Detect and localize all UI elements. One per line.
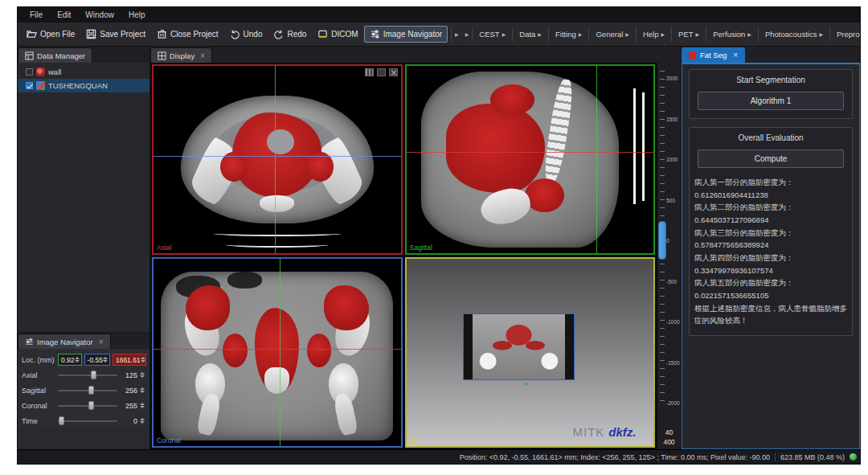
toolbar-separator [472,27,473,41]
level-window-handle[interactable] [658,221,666,260]
open-file-button[interactable]: Open File [21,26,80,43]
menu-bar: File Edit Window Help [18,7,860,23]
sagittal-plane-crosshair[interactable] [280,259,280,446]
ct-bone-art [260,195,294,212]
loc-y-spinbox[interactable]: -0.55 [84,354,110,366]
image-navigator-tab-label: Image Navigator [37,338,93,346]
algorithm-1-button[interactable]: Algorithm 1 [698,92,844,110]
view-menu-preprocessing[interactable]: Preprocessing▶ [833,27,860,41]
close-icon[interactable]: × [733,51,738,59]
slider-handle[interactable] [88,386,94,395]
tab-display[interactable]: Display × [150,47,212,63]
coronal-plane-crosshair[interactable] [596,66,597,253]
view-menu-label: PET [678,30,693,39]
tab-data-manager[interactable]: Data Manager [18,47,92,63]
chevron-right-icon: ▶ [625,31,629,37]
sagittal-slider-row: Sagittal 256 [22,383,145,398]
open-folder-icon [27,29,37,39]
tab-image-navigator[interactable]: Image Navigator × [18,334,111,349]
view-menu-label: Help [643,30,659,39]
cursor-position-status: Position: <0.92, -0.55, 1661.61> mm; Ind… [460,453,770,461]
display-area: Display × [150,47,681,449]
sagittal-viewport[interactable]: Sagittal [405,64,656,255]
spinner-arrows[interactable] [140,403,145,408]
loc-x-spinbox[interactable]: 0.92 [58,354,82,366]
menu-file[interactable]: File [23,9,50,21]
compute-button[interactable]: Compute [698,149,844,168]
axial-plane-crosshair[interactable] [407,152,654,153]
save-project-button[interactable]: Save Project [80,26,151,43]
close-project-icon [157,29,167,39]
menu-edit[interactable]: Edit [50,9,78,21]
level-window-slider[interactable]: 2000 1500 1000 500 0 -500 -1000 -1500 -2… [657,63,681,449]
chevron-right-icon: ▶ [661,31,665,37]
toolbar-separator [636,27,637,41]
slider-handle[interactable] [59,416,64,425]
tree-node-tushengquan[interactable]: TUSHENGQUAN [18,79,149,92]
viewport-menu-icon[interactable] [365,68,374,76]
image-navigator-button[interactable]: Image Navigator [364,26,448,43]
close-icon[interactable]: × [99,338,104,346]
spinner-arrows[interactable] [140,387,145,393]
spinner-arrows[interactable] [103,357,108,362]
threed-viewport[interactable]: MITK dkfz. 3D [405,257,656,448]
result-line: 病人第三部分的脂肪密度为：0.5784775656389924 [694,227,847,252]
close-icon[interactable]: × [200,51,205,60]
axial-slider-label: Axial [22,371,55,379]
view-menu-cest[interactable]: CEST▶ [476,27,509,41]
viewport-maximize-icon[interactable] [377,68,386,76]
toolbar-extension-arrow-icon[interactable]: ▶ [455,31,459,37]
view-menu-help[interactable]: Help▶ [640,27,668,41]
visibility-checkbox[interactable] [26,68,33,76]
fat-segmentation-overlay [186,285,230,330]
spinner-arrows[interactable] [140,418,145,424]
view-menu-fitting[interactable]: Fitting▶ [552,27,586,41]
view-menu-general[interactable]: General▶ [592,27,632,41]
loc-z-spinbox[interactable]: 1661.61 [113,354,146,366]
slider-handle[interactable] [91,371,96,379]
tree-node-wall[interactable]: wall [18,65,149,79]
sagittal-slider[interactable] [58,385,117,395]
menu-help[interactable]: Help [121,9,153,21]
axial-viewport[interactable]: Axial [152,64,403,255]
axial-plane-crosshair[interactable] [154,349,401,350]
redo-button[interactable]: Redo [268,26,312,43]
time-slider-label: Time [22,417,55,425]
view-menu-data[interactable]: Data▶ [516,27,545,41]
coronal-viewport[interactable]: Coronal [152,257,403,448]
coronal-viewport-label: Coronal [157,436,181,444]
spinner-arrows[interactable] [141,357,146,362]
slider-handle[interactable] [88,401,94,410]
viewport-area: Axial Sagittal [150,63,681,449]
tick-label: -1500 [666,359,680,365]
toolbar-separator [548,27,549,41]
sagittal-plane-crosshair[interactable] [275,66,276,253]
sagittal-viewport-label: Sagittal [410,244,432,252]
visibility-checkbox[interactable] [26,82,33,89]
result-line: 病人第四部分的脂肪密度为：0.33479978936107574 [694,252,847,276]
tab-fat-seg[interactable]: Fat Seg × [682,47,745,63]
dicom-button[interactable]: DICOM [312,26,363,43]
image-navigator-tab-icon [25,338,34,346]
memory-usage-status: 623.85 MB (0.48 %) [775,453,845,461]
mitk-workbench-window: File Edit Window Help Open File Save Pro… [17,6,861,465]
close-project-button[interactable]: Close Project [151,26,223,43]
image-navigator-icon [370,29,380,39]
view-menu-perfusion[interactable]: Perfusion▶ [710,27,755,41]
undo-icon [230,29,240,39]
undo-button[interactable]: Undo [224,26,268,43]
fat-seg-plugin-icon [689,51,696,59]
dicom-label: DICOM [331,30,358,39]
color-wheel-arrow-icon[interactable]: ▶ [465,31,469,37]
menu-window[interactable]: Window [78,9,121,21]
view-menu-photoacoustics[interactable]: Photoacoustics▶ [762,27,826,41]
coronal-slider[interactable] [58,400,117,411]
view-menu-pet[interactable]: PET▶ [675,27,702,41]
viewport-close-icon[interactable] [389,68,398,76]
axial-slider[interactable] [58,370,117,380]
coronal-plane-crosshair[interactable] [154,156,401,157]
spinner-arrows[interactable] [140,372,145,378]
fat-seg-tab-label: Fat Seg [700,51,727,59]
time-slider[interactable] [58,416,117,426]
spinner-arrows[interactable] [75,357,80,362]
